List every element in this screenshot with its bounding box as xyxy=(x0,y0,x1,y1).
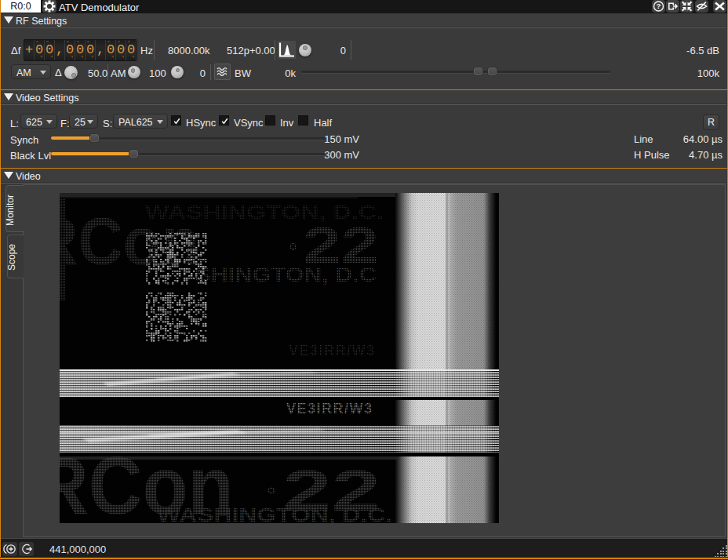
svg-text:?: ? xyxy=(657,2,661,10)
svg-text:RCon: RCon xyxy=(60,203,199,278)
svg-text:WASHINGTON, D.C.: WASHINGTON, D.C. xyxy=(157,504,392,523)
svg-text:°: ° xyxy=(289,239,297,264)
svg-text:VE3IRR/W3: VE3IRR/W3 xyxy=(289,343,376,358)
svg-text:SHINGTON, D.C: SHINGTON, D.C xyxy=(195,263,377,286)
svg-text:VE3IRR/W3: VE3IRR/W3 xyxy=(286,401,373,416)
